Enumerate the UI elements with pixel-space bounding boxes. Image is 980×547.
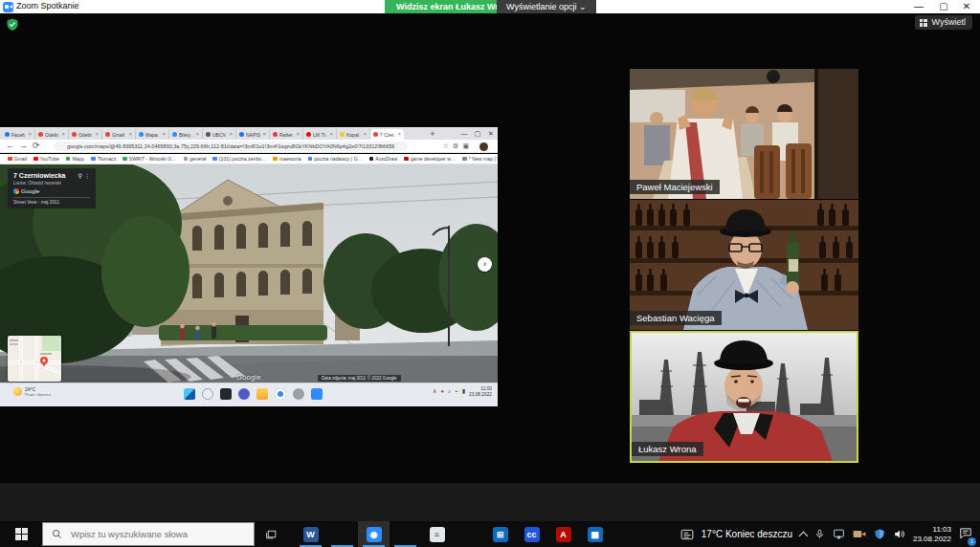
tab-favicon (5, 132, 10, 137)
zoom-icon (311, 388, 323, 400)
bookmark-item: * New map | Inkarn… (462, 156, 498, 162)
app-icon: W (303, 527, 319, 542)
task-view-button[interactable] (255, 521, 287, 547)
browser-close: ✕ (484, 128, 498, 139)
tab-favicon (206, 132, 211, 137)
speaker-icon[interactable] (893, 528, 905, 540)
tab-close-icon: × (397, 132, 401, 137)
participant-name: Paweł Maciejewski (630, 180, 720, 194)
encryption-shield-icon (7, 18, 18, 31)
tab-favicon (38, 132, 43, 137)
taskbar-app-button[interactable] (453, 521, 484, 547)
weather-widget[interactable]: 17°C Koniec deszczu (702, 529, 792, 539)
tab-favicon (72, 132, 77, 137)
pan-right-button: › (478, 257, 492, 272)
browser-minimize: — (457, 128, 471, 139)
meeting-toolbar: Wycisz Zatrzymaj wideo Zabezpieczenia Uc… (0, 483, 980, 521)
view-layout-button[interactable]: Wyświetl (915, 15, 972, 30)
browser-tab: Mapa… × (136, 129, 169, 140)
tab-close-icon: × (329, 132, 333, 137)
windows-logo-icon (15, 528, 28, 540)
taskbar-app-button[interactable]: ⊞ (484, 521, 516, 547)
clock[interactable]: 11:03 23.08.2022 (913, 525, 951, 544)
shared-clock: 11:00 23.08.2022 (469, 386, 492, 399)
start-button[interactable] (0, 521, 42, 547)
chrome-icon (275, 388, 286, 400)
bookmark-favicon (273, 157, 278, 162)
shared-screen-taskbar: 24°CPraw. słonecz. ∧●♪⌁▮ 11:00 23.08.202… (0, 383, 498, 406)
zoom-meeting-window: Zoom Spotkanie Widzisz ekran Łukasz Wron… (0, 0, 980, 547)
notification-center-button[interactable]: 1 (959, 526, 972, 543)
participant-name: Łukasz Wrona (632, 442, 703, 456)
bookmark-item: AutoDraw (369, 156, 397, 162)
image-date-caption: Data zdjęcia: maj 2011 © 2022 Google (318, 375, 401, 382)
tab-close-icon: × (229, 132, 233, 137)
taskbar-app-button[interactable] (390, 521, 421, 547)
app-icon (398, 527, 413, 542)
title-bar: Zoom Spotkanie Widzisz ekran Łukasz Wron… (0, 0, 980, 13)
participant-tile-sebastian[interactable]: Sebastian Wacięga (630, 200, 858, 330)
hidden-icons-chevron[interactable] (799, 531, 809, 540)
file-explorer-icon (256, 388, 268, 400)
maximize-button[interactable]: ▢ (932, 0, 955, 13)
browser-tab: 7 Czer… × (370, 129, 404, 140)
search-input[interactable] (69, 528, 241, 540)
news-widget-icon[interactable] (680, 529, 694, 540)
security-shield-icon[interactable] (874, 528, 885, 540)
camera-in-use-icon[interactable] (853, 529, 866, 539)
pinned-apps: W ◉ ≡ (295, 521, 611, 547)
browser-tab: Faceb… × (2, 129, 35, 140)
browser-tab: UBCV… × (203, 129, 236, 140)
app-icon: A (556, 527, 571, 542)
view-options-button[interactable]: Wyświetlanie opcji ⌄ (497, 0, 596, 13)
street-view-date: Street View - maj 2011 (13, 197, 90, 205)
search-icon (52, 529, 62, 539)
bookmark-favicon (184, 157, 189, 162)
bookmark-item: YouTube (33, 156, 59, 162)
bookmark-favicon (33, 157, 38, 162)
tab-favicon (340, 132, 345, 137)
tab-close-icon: × (28, 132, 32, 137)
tab-close-icon: × (61, 132, 65, 137)
browser-tab: Odebr… × (69, 129, 102, 140)
browser-tab: Bilety… × (169, 129, 203, 140)
taskbar-app-button[interactable]: ◉ (358, 521, 390, 547)
nav-arrows-icons: ←→⟳ (6, 141, 45, 150)
shared-tray-icons: ∧●♪⌁▮ (433, 387, 465, 394)
tab-favicon (239, 132, 244, 137)
taskbar-app-button[interactable]: ≡ (421, 521, 453, 547)
bookmark-item: Gmail (8, 156, 27, 162)
bookmark-favicon (66, 157, 71, 162)
street-view-minimap (8, 336, 61, 382)
taskbar-app-button[interactable]: cc (516, 521, 547, 547)
bookmark-item: SWRiT - Wnioski G… (122, 156, 176, 162)
minimize-button[interactable]: — (907, 0, 930, 13)
cast-screen-icon[interactable] (833, 528, 845, 540)
app-icon: ⊞ (493, 527, 508, 542)
taskbar-app-button[interactable]: W (295, 521, 326, 547)
start-icon (184, 388, 195, 400)
microphone-tray-icon[interactable] (814, 528, 825, 540)
browser-tab: NAPIS… × (236, 129, 270, 140)
close-button[interactable]: ✕ (955, 0, 978, 13)
tab-close-icon: × (128, 132, 132, 137)
terminal-icon (220, 388, 232, 400)
tab-close-icon: × (262, 132, 266, 137)
taskbar-app-button[interactable]: A (547, 521, 579, 547)
bookmark-favicon (122, 157, 127, 162)
app-icon (461, 527, 477, 542)
participant-tile-pawel[interactable]: Paweł Maciejewski (630, 69, 858, 199)
bookmark-item: Tłumacz (91, 156, 116, 162)
app-icon: cc (524, 527, 540, 542)
google-logo-icon (13, 188, 19, 194)
taskbar-app-button[interactable] (326, 521, 358, 547)
bookmark-favicon (308, 157, 313, 162)
browser-tab: Rafter… × (270, 129, 303, 140)
participant-tile-lukasz-active-speaker[interactable]: Łukasz Wrona (630, 331, 858, 463)
pin-and-menu-icons: ⚲⋮ (78, 172, 92, 179)
taskbar-app-button[interactable]: ▦ (579, 521, 611, 547)
taskbar-search[interactable] (42, 522, 255, 546)
street-view-info-panel: 7 Czerniowiecka Lwów, Obwód lwowski Goog… (8, 168, 96, 208)
chevron-down-icon: ⌄ (579, 2, 587, 11)
grid-icon (920, 19, 927, 27)
